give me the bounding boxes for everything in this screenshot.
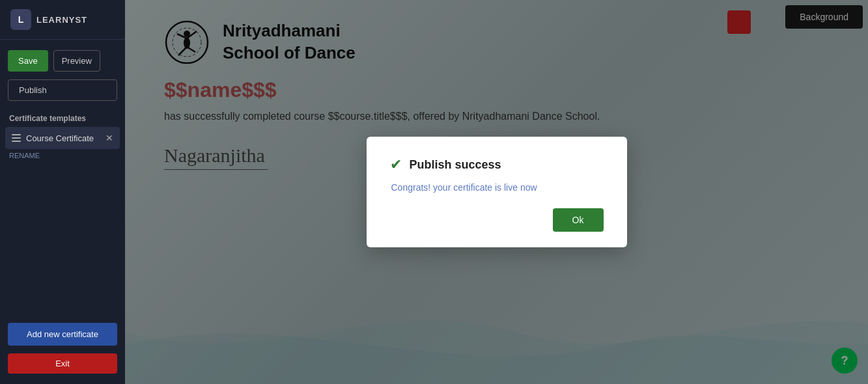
cert-item-label: Course Certificate: [26, 133, 94, 143]
modal-footer: Ok: [390, 208, 604, 232]
logo-icon: L: [10, 9, 31, 30]
ok-button[interactable]: Ok: [553, 208, 604, 232]
modal-body: Congrats! your certificate is live now: [390, 182, 604, 193]
exit-button[interactable]: Exit: [8, 353, 117, 374]
save-button[interactable]: Save: [8, 50, 48, 72]
cert-item[interactable]: Course Certificate ✕: [5, 127, 120, 149]
top-actions: Save Preview: [0, 40, 125, 79]
sidebar: L LEARNYST Save Preview Publish Certific…: [0, 0, 125, 384]
logo-text: LEARNYST: [36, 15, 87, 25]
logo-area: L LEARNYST: [0, 0, 125, 40]
modal-title: Publish success: [410, 158, 501, 172]
check-icon: ✔: [390, 156, 402, 173]
drag-handle-icon: [12, 134, 21, 142]
modal-title-row: ✔ Publish success: [390, 156, 604, 173]
rename-label[interactable]: RENAME: [0, 149, 125, 166]
main-content: Nrityadhamani School of Dance $$name$$$ …: [125, 0, 868, 384]
publish-button[interactable]: Publish: [8, 79, 117, 101]
modal-overlay: ✔ Publish success Congrats! your certifi…: [125, 0, 868, 384]
preview-button[interactable]: Preview: [53, 50, 100, 72]
publish-success-modal: ✔ Publish success Congrats! your certifi…: [367, 137, 627, 247]
cert-preview: Nrityadhamani School of Dance $$name$$$ …: [125, 0, 868, 384]
add-certificate-button[interactable]: Add new certificate: [8, 323, 117, 346]
cert-item-left: Course Certificate: [12, 133, 94, 143]
cert-templates-label: Certificate templates: [0, 109, 125, 127]
close-icon[interactable]: ✕: [105, 133, 113, 143]
